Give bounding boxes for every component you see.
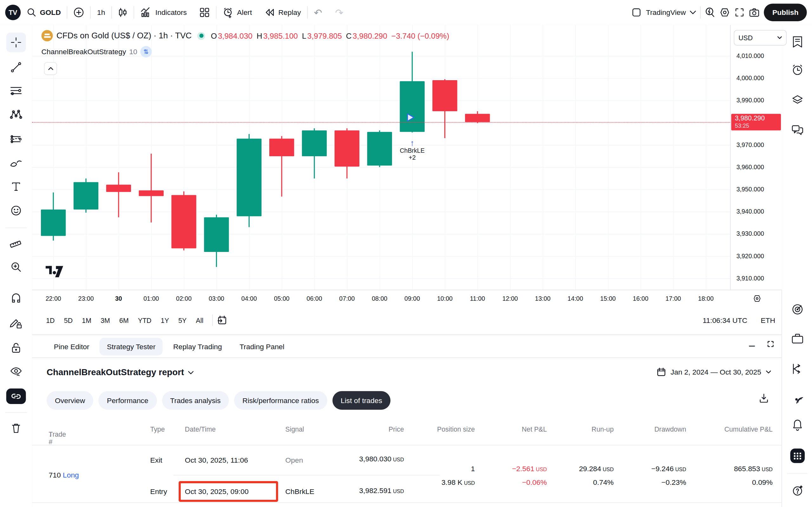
candle-down[interactable] <box>106 185 131 192</box>
report-date-range[interactable]: Jan 2, 2024 — Oct 30, 2025 <box>657 367 771 377</box>
news-feed-button[interactable] <box>791 392 803 404</box>
candle-down[interactable] <box>432 80 457 111</box>
strategy-name[interactable]: ChannelBreakOutStrategy <box>42 48 126 56</box>
alert-button[interactable]: Alert <box>216 0 258 25</box>
range-6m[interactable]: 6M <box>114 314 133 327</box>
trades-table-body[interactable]: 710 Long Exit Oct 30, 2025, 11:06 Open 3… <box>32 445 781 503</box>
publish-button[interactable]: Publish <box>764 3 807 21</box>
help-button[interactable] <box>791 484 803 497</box>
candle-down[interactable] <box>139 190 164 196</box>
magnet-mode[interactable] <box>10 293 22 305</box>
add-symbol-button[interactable] <box>67 0 90 25</box>
candle-up[interactable] <box>73 182 98 209</box>
stay-in-drawing-mode[interactable] <box>10 318 22 330</box>
lock-all-drawings[interactable] <box>11 343 21 354</box>
hide-all-drawings[interactable] <box>10 366 22 378</box>
strategy-flow-button[interactable] <box>791 363 803 375</box>
trade-side-link[interactable]: Long <box>63 471 79 479</box>
crosshair-tool[interactable] <box>6 33 26 52</box>
sort-desc-icon[interactable]: ↓ <box>49 430 52 438</box>
chip-overview[interactable]: Overview <box>47 391 94 410</box>
candle-up[interactable] <box>204 217 229 252</box>
currency-dropdown[interactable]: USD <box>734 30 786 46</box>
candle-down[interactable] <box>269 138 294 156</box>
watchlist-button[interactable] <box>792 36 803 48</box>
zoom-in-tool[interactable] <box>10 261 22 273</box>
minimize-panel-icon[interactable] <box>748 340 756 348</box>
replay-playhead-icon[interactable] <box>407 113 415 124</box>
range-1y[interactable]: 1Y <box>156 314 173 327</box>
session-label[interactable]: ETH <box>761 316 775 325</box>
indicator-templates-button[interactable] <box>193 0 216 25</box>
candle-down[interactable] <box>465 114 490 122</box>
range-1d[interactable]: 1D <box>42 314 60 327</box>
redo-button[interactable]: ↷ <box>335 6 343 18</box>
price-axis[interactable]: USD 4,010.0004,000.0003,990.0003,970.000… <box>730 25 782 290</box>
indicators-button[interactable]: Indicators <box>134 0 193 25</box>
camera-screenshot-icon[interactable] <box>749 8 760 17</box>
settings-gear-icon[interactable] <box>719 7 730 18</box>
sync-drawings-button[interactable] <box>6 389 26 404</box>
symbol-title[interactable]: CFDs on Gold (US$ / OZ) · 1h · TVC <box>56 31 192 40</box>
maximize-panel-icon[interactable] <box>767 340 774 348</box>
parallel-channel-tool[interactable] <box>10 133 22 144</box>
export-download-button[interactable] <box>759 393 769 406</box>
layout-square-icon[interactable] <box>631 7 642 18</box>
measure-tool[interactable] <box>10 237 22 248</box>
replay-button[interactable]: Replay <box>258 0 307 25</box>
chevron-down-icon[interactable] <box>690 10 696 14</box>
tradingview-logo[interactable]: TV <box>5 5 20 20</box>
interval-button[interactable]: 1h <box>91 0 111 25</box>
range-5d[interactable]: 5D <box>59 314 78 327</box>
candle-up[interactable] <box>367 132 392 165</box>
range-5y[interactable]: 5Y <box>173 314 191 327</box>
notifications-button[interactable] <box>792 419 803 431</box>
candle-down[interactable] <box>171 195 196 248</box>
chip-trades-analysis[interactable]: Trades analysis <box>162 391 229 410</box>
chat-button[interactable] <box>791 124 803 135</box>
layout-name[interactable]: TradingView <box>646 8 686 16</box>
trend-line-tool[interactable] <box>10 61 22 73</box>
chip-performance[interactable]: Performance <box>99 391 157 410</box>
time-axis-settings-button[interactable] <box>753 294 761 305</box>
chip-risk-performance-ratios[interactable]: Risk/performance ratios <box>234 391 327 410</box>
data-window-button[interactable] <box>791 303 803 316</box>
range-1m[interactable]: 1M <box>78 314 96 327</box>
candle-up[interactable] <box>302 130 327 156</box>
alerts-panel-button[interactable] <box>791 64 803 75</box>
legend-collapse-button[interactable] <box>44 62 57 75</box>
emoji-tool[interactable] <box>10 205 22 216</box>
remove-drawings-button[interactable] <box>11 423 21 434</box>
go-to-date-icon[interactable] <box>217 315 227 326</box>
range-all[interactable]: All <box>191 314 208 327</box>
candle-up[interactable] <box>41 210 66 236</box>
horizontal-line-tool[interactable] <box>10 85 22 96</box>
tab-trading-panel[interactable]: Trading Panel <box>232 337 292 355</box>
brush-tool[interactable] <box>10 158 22 168</box>
object-tree-button[interactable] <box>791 94 803 106</box>
text-tool[interactable] <box>11 181 21 192</box>
candle-up[interactable] <box>400 81 424 132</box>
market-status-icon[interactable] <box>197 32 205 39</box>
time-axis[interactable]: 22:0023:003001:0002:0003:0004:0005:0006:… <box>32 290 781 307</box>
candle-down[interactable] <box>335 130 359 167</box>
tab-strategy-tester[interactable]: Strategy Tester <box>100 337 163 355</box>
tab-pine-editor[interactable]: Pine Editor <box>47 337 97 355</box>
strategy-signals-icon[interactable]: ⇅ <box>140 46 152 57</box>
quick-search-icon[interactable] <box>705 7 716 18</box>
chart-style-button[interactable] <box>112 0 134 25</box>
apps-menu-button[interactable] <box>790 448 805 464</box>
tab-replay-trading[interactable]: Replay Trading <box>166 337 229 355</box>
report-title-row[interactable]: ChannelBreakOutStrategy report <box>47 367 194 378</box>
pattern-tool[interactable] <box>10 109 22 119</box>
chip-list-of-trades[interactable]: List of trades <box>333 391 391 410</box>
undo-button[interactable]: ↶ <box>314 6 322 18</box>
strategy-entry-marker[interactable]: ↑ ChBrkLE +2 <box>389 140 436 162</box>
candle-up[interactable] <box>237 138 261 216</box>
range-3m[interactable]: 3M <box>96 314 115 327</box>
fullscreen-icon[interactable] <box>734 7 745 18</box>
range-ytd[interactable]: YTD <box>133 314 156 327</box>
portfolio-button[interactable] <box>791 333 803 344</box>
chart-plot-area[interactable]: ↑ ChBrkLE +2 CFDs on Gold (US$ / OZ) · 1… <box>32 25 730 290</box>
clock[interactable]: 11:06:34 UTC <box>703 316 747 325</box>
